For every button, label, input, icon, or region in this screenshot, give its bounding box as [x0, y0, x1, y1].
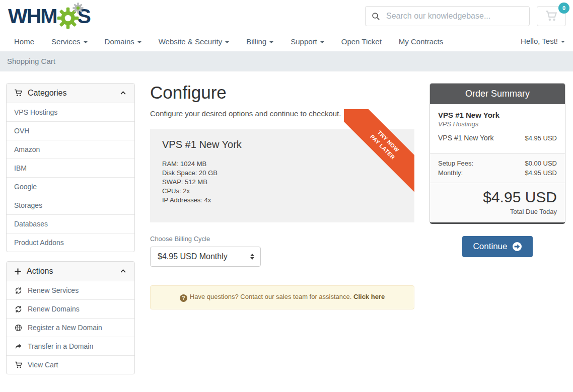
- categories-title: Categories: [28, 89, 66, 98]
- knowledgebase-search: [365, 6, 530, 26]
- category-item-databases: Databases: [7, 214, 134, 233]
- chevron-up-icon: [119, 268, 127, 275]
- chevron-up-icon: [119, 90, 127, 97]
- chevron-down-icon: [225, 41, 229, 43]
- refresh-icon: [14, 305, 23, 313]
- order-summary-panel: Order Summary VPS #1 New York VPS Hostin…: [429, 83, 565, 224]
- cart-icon: [14, 89, 23, 97]
- globe-icon: [14, 324, 23, 332]
- chevron-down-icon: [320, 41, 324, 43]
- total-label: Total Due Today: [438, 208, 557, 215]
- cart-button[interactable]: 0: [537, 6, 566, 26]
- action-item-view-cart: View Cart: [7, 355, 134, 374]
- site-header: WHM: [0, 0, 573, 51]
- action-item-renew-services: Renew Services: [7, 281, 134, 299]
- actions-panel: Actions Renew ServicesRenew DomainsRegis…: [6, 261, 135, 374]
- chevron-down-icon: [269, 41, 273, 43]
- billing-cycle-label: Choose Billing Cycle: [150, 235, 414, 243]
- action-link-transfer-in-a-domain[interactable]: Transfer in a Domain: [7, 337, 134, 355]
- category-item-amazon: Amazon: [7, 140, 134, 159]
- total-amount: $4.95 USD: [438, 188, 557, 206]
- sales-assistance-alert: ?Have questions? Contact our sales team …: [150, 285, 414, 309]
- cart-count-badge: 0: [558, 3, 569, 14]
- action-item-transfer-in-a-domain: Transfer in a Domain: [7, 337, 134, 355]
- search-icon: [372, 12, 380, 21]
- order-summary-title: Order Summary: [430, 84, 565, 104]
- click-here-link[interactable]: Click here: [353, 293, 385, 300]
- plus-icon: [14, 268, 22, 275]
- chevron-down-icon: [84, 41, 88, 43]
- action-link-renew-services[interactable]: Renew Services: [7, 281, 134, 299]
- action-link-renew-domains[interactable]: Renew Domains: [7, 300, 134, 318]
- category-link-ibm[interactable]: IBM: [7, 159, 134, 177]
- categories-panel: Categories VPS HostingsOVHAmazonIBMGoogl…: [6, 83, 135, 252]
- category-link-storages[interactable]: Storages: [7, 196, 134, 214]
- question-circle-icon: ?: [180, 294, 187, 302]
- spec-line: IP Addresses: 4x: [162, 196, 402, 205]
- actions-panel-header[interactable]: Actions: [7, 262, 134, 281]
- chevron-down-icon: [137, 41, 141, 43]
- product-name: VPS #1 New York: [162, 139, 402, 150]
- nav-item-home[interactable]: Home: [14, 37, 34, 46]
- alert-text: Have questions? Contact our sales team f…: [190, 293, 352, 300]
- page-title: Configure: [150, 83, 414, 103]
- refresh-icon: [14, 287, 23, 294]
- action-item-register-a-new-domain: Register a New Domain: [7, 318, 134, 337]
- nav-item-services[interactable]: Services: [51, 37, 88, 46]
- page: WHM: [0, 0, 573, 392]
- spec-line: RAM: 1024 MB: [162, 160, 402, 169]
- category-link-databases[interactable]: Databases: [7, 215, 134, 233]
- nav-item-my-contracts[interactable]: My Contracts: [399, 37, 443, 46]
- fee-row-monthly: Monthly:$4.95 USD: [438, 168, 557, 178]
- breadcrumb: Shopping Cart: [0, 51, 573, 71]
- billing-cycle-select[interactable]: $4.95 USD Monthly: [150, 247, 261, 267]
- category-item-ovh: OVH: [7, 121, 134, 140]
- category-item-product-addons: Product Addons: [7, 233, 134, 252]
- category-link-google[interactable]: Google: [7, 178, 134, 196]
- categories-panel-header[interactable]: Categories: [7, 84, 134, 103]
- nav-item-domains[interactable]: Domains: [105, 37, 141, 46]
- spec-line: SWAP: 512 MB: [162, 178, 402, 187]
- order-summary-column: Order Summary VPS #1 New York VPS Hostin…: [429, 83, 565, 257]
- product-panel: TRY NOWPAY LATER VPS #1 New York RAM: 10…: [150, 129, 414, 222]
- summary-total-section: $4.95 USD Total Due Today: [430, 183, 565, 222]
- page-subtitle: Configure your desired options and conti…: [150, 109, 414, 118]
- action-item-renew-domains: Renew Domains: [7, 299, 134, 318]
- whmcs-logo[interactable]: WHM: [8, 4, 90, 28]
- category-link-ovh[interactable]: OVH: [7, 122, 134, 140]
- line-item-price: $4.95 USD: [525, 134, 557, 142]
- nav-item-support[interactable]: Support: [291, 37, 324, 46]
- category-item-ibm: IBM: [7, 159, 134, 177]
- category-item-storages: Storages: [7, 196, 134, 214]
- chevron-down-icon: [561, 41, 565, 43]
- category-link-vps-hostings[interactable]: VPS Hostings: [7, 103, 134, 121]
- arrow-circle-right-icon: [512, 242, 522, 252]
- logo-text-whm: WHM: [8, 6, 56, 27]
- spec-line: CPUs: 2x: [162, 187, 402, 196]
- category-link-product-addons[interactable]: Product Addons: [7, 233, 134, 252]
- billing-cycle-value: $4.95 USD Monthly: [158, 252, 228, 261]
- cart-icon: [14, 361, 23, 369]
- main-nav: HomeServicesDomainsWebsite & SecurityBil…: [0, 31, 573, 51]
- share-icon: [14, 343, 23, 350]
- nav-item-billing[interactable]: Billing: [246, 37, 273, 46]
- action-link-view-cart[interactable]: View Cart: [7, 356, 134, 374]
- summary-product-name: VPS #1 New York: [438, 111, 557, 119]
- category-item-vps-hostings: VPS Hostings: [7, 103, 134, 121]
- nav-item-website-security[interactable]: Website & Security: [159, 37, 229, 46]
- account-menu[interactable]: Hello, Test!: [521, 37, 565, 45]
- action-link-register-a-new-domain[interactable]: Register a New Domain: [7, 319, 134, 337]
- line-item-label: VPS #1 New York: [438, 134, 494, 142]
- category-item-google: Google: [7, 177, 134, 196]
- search-input[interactable]: [385, 11, 523, 21]
- actions-title: Actions: [27, 267, 53, 276]
- small-gear-icon: [73, 3, 84, 14]
- sidebar: Categories VPS HostingsOVHAmazonIBMGoogl…: [6, 83, 135, 383]
- nav-item-open-ticket[interactable]: Open Ticket: [341, 37, 382, 46]
- category-link-amazon[interactable]: Amazon: [7, 140, 134, 159]
- cart-icon: [545, 10, 558, 22]
- spec-line: Disk Space: 20 GB: [162, 169, 402, 178]
- main-content: Configure Configure your desired options…: [150, 83, 414, 309]
- summary-product-group: VPS Hostings: [438, 120, 557, 128]
- continue-button[interactable]: Continue: [462, 236, 532, 257]
